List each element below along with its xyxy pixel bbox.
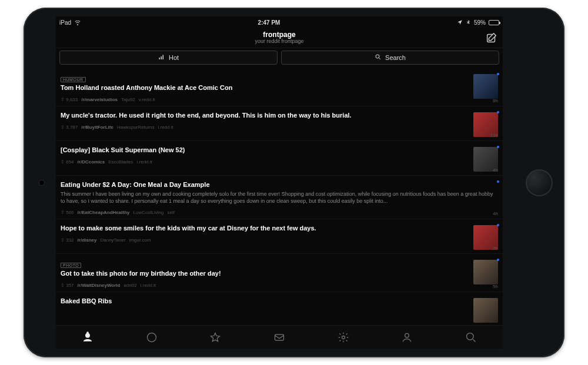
post-domain: i.redd.it — [158, 125, 173, 130]
signal-icon — [158, 53, 165, 62]
device-label: iPad — [59, 19, 71, 26]
upvote-icon: ⇧ 566 — [61, 210, 74, 215]
post-subreddit[interactable]: /r/WaltDisneyWorld — [78, 283, 121, 288]
post-subreddit[interactable]: /r/EatCheapAndHealthy — [78, 210, 130, 215]
post-title: Tom Holland roasted Anthony Mackie at Ac… — [61, 83, 469, 92]
svg-rect-2 — [161, 56, 162, 59]
tab-search[interactable] — [465, 331, 477, 344]
post-author: HawkspurReturns — [117, 125, 155, 130]
status-bar: iPad 2:47 PM 59% — [56, 16, 503, 28]
post-domain: i.redd.it — [141, 283, 156, 288]
post-item[interactable]: HUMOURTom Holland roasted Anthony Mackie… — [56, 68, 503, 106]
post-age: 2h — [493, 246, 498, 251]
post-domain: self — [168, 210, 175, 215]
post-author: LowCostLiving — [133, 210, 163, 215]
svg-point-9 — [342, 336, 345, 339]
ipad-camera — [39, 180, 44, 185]
screen: iPad 2:47 PM 59% frontpage you — [56, 16, 503, 349]
svg-rect-1 — [159, 58, 160, 59]
post-subreddit[interactable]: /r/BuyItForLife — [81, 125, 113, 130]
sort-hot-label: Hot — [169, 54, 179, 61]
post-title: Baked BBQ Ribs — [61, 297, 469, 306]
sort-hot-button[interactable]: Hot — [59, 51, 278, 65]
upvote-icon: ⇧ 332 — [61, 237, 74, 243]
tab-favorites[interactable] — [209, 331, 222, 344]
post-thumbnail[interactable] — [473, 298, 498, 323]
unread-dot-icon — [497, 224, 499, 226]
battery-percentage: 59% — [474, 19, 486, 26]
post-domain: imgur.com — [129, 237, 151, 243]
post-item[interactable]: Baked BBQ Ribs — [56, 292, 503, 325]
post-thumbnail[interactable] — [473, 74, 498, 99]
search-label: Search — [385, 54, 406, 61]
post-age: 4h — [493, 211, 498, 216]
unread-dot-icon — [497, 146, 499, 148]
post-feed[interactable]: HUMOURTom Holland roasted Anthony Mackie… — [56, 68, 503, 325]
post-age: 8h — [493, 98, 498, 103]
post-domain: i.redd.it — [137, 159, 152, 165]
upvote-icon: ⇧ 9,633 — [61, 97, 78, 102]
post-domain: v.redd.it — [139, 97, 155, 102]
post-flair: HUMOUR — [61, 77, 86, 82]
post-meta: ⇧ 654/r/DCcomicsEscoBladesi.redd.it — [61, 159, 469, 165]
post-author: adri02 — [123, 283, 136, 288]
ipad-home-button[interactable] — [526, 169, 553, 196]
post-item[interactable]: Eating Under $2 A Day: One Meal a Day Ex… — [56, 176, 503, 219]
search-button[interactable]: Search — [281, 51, 499, 65]
location-icon — [457, 19, 463, 25]
post-author: DannyTaner — [100, 237, 125, 243]
unread-dot-icon — [497, 111, 499, 113]
post-age: 4h — [493, 168, 498, 173]
post-subreddit[interactable]: /r/disney — [78, 237, 97, 243]
upvote-icon: ⇧ 654 — [61, 159, 74, 165]
post-author: Taju92 — [121, 97, 135, 102]
post-author: EscoBlades — [108, 159, 133, 165]
post-thumbnail[interactable] — [473, 260, 498, 284]
post-title: Eating Under $2 A Day: One Meal a Day Ex… — [61, 180, 498, 189]
svg-rect-3 — [162, 55, 163, 60]
post-meta: ⇧ 332/r/disneyDannyTanerimgur.com — [61, 237, 469, 243]
wifi-icon — [74, 19, 81, 26]
filter-row: Hot Search — [56, 48, 503, 68]
post-item[interactable]: My uncle's tractor. He used it right to … — [56, 106, 503, 141]
unread-dot-icon — [497, 180, 499, 183]
svg-point-5 — [86, 333, 90, 337]
post-meta: ⇧ 9,633/r/marvelstudiosTaju92v.redd.it — [61, 97, 469, 102]
post-age: 5h — [493, 284, 498, 289]
clock: 2:47 PM — [81, 19, 457, 26]
svg-rect-8 — [275, 334, 283, 340]
ipad-frame: iPad 2:47 PM 59% frontpage you — [24, 8, 564, 357]
post-meta: ⇧ 357/r/WaltDisneyWorldadri02i.redd.it — [61, 283, 469, 288]
svg-point-7 — [147, 333, 156, 341]
unread-dot-icon — [497, 259, 499, 261]
tab-subreddits[interactable] — [145, 331, 158, 344]
post-age: 11h — [490, 133, 498, 138]
post-item[interactable]: [Cosplay] Black Suit Superman (New 52)⇧ … — [56, 141, 503, 176]
compose-button[interactable] — [485, 32, 498, 45]
upvote-icon: ⇧ 357 — [61, 283, 74, 288]
post-flair: PHOTO — [61, 263, 81, 268]
upvote-icon: ⇧ 3,787 — [61, 125, 78, 130]
tab-home[interactable] — [81, 331, 94, 344]
tab-bar — [56, 325, 503, 349]
tab-inbox[interactable] — [273, 331, 286, 344]
post-title: Got to take this photo for my birthday t… — [61, 269, 469, 278]
nav-header: frontpage your reddit frontpage — [56, 28, 503, 48]
battery-icon — [489, 20, 499, 25]
svg-point-11 — [466, 333, 473, 340]
post-preview: This summer I have been living on my own… — [61, 190, 498, 205]
post-meta: ⇧ 566/r/EatCheapAndHealthyLowCostLivings… — [61, 210, 498, 215]
bluetooth-icon — [466, 19, 471, 26]
post-item[interactable]: PHOTOGot to take this photo for my birth… — [56, 254, 503, 292]
post-item[interactable]: Hope to make some smiles for the kids wi… — [56, 219, 503, 254]
tab-settings[interactable] — [337, 331, 350, 344]
unread-dot-icon — [497, 73, 499, 75]
tab-profile[interactable] — [400, 331, 413, 344]
post-subreddit[interactable]: /r/DCcomics — [78, 159, 105, 165]
svg-point-10 — [405, 333, 409, 337]
search-icon — [375, 53, 382, 62]
post-title: My uncle's tractor. He used it right to … — [61, 111, 469, 120]
post-title: Hope to make some smiles for the kids wi… — [61, 224, 469, 233]
post-subreddit[interactable]: /r/marvelstudios — [81, 97, 118, 102]
post-title: [Cosplay] Black Suit Superman (New 52) — [61, 146, 469, 155]
